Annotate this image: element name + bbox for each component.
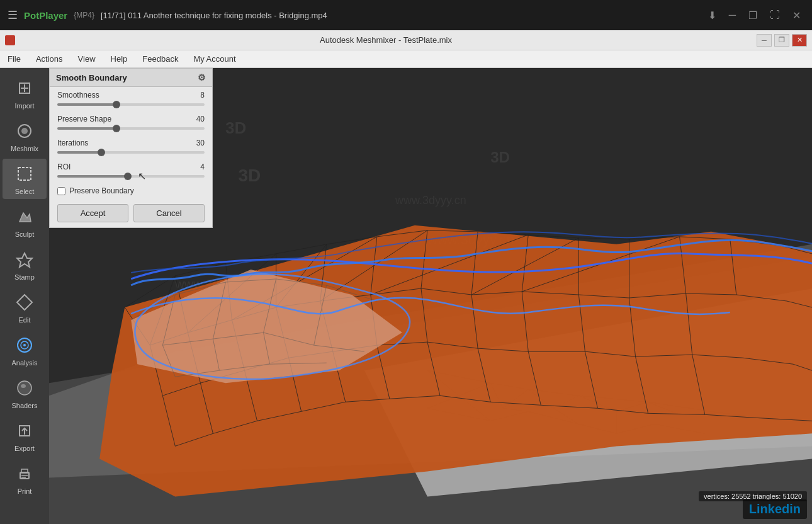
roi-label: ROI	[57, 162, 70, 171]
sidebar-item-export[interactable]: Export	[3, 416, 47, 456]
roi-fill	[57, 175, 128, 178]
linkedin-badge: Linkedin	[743, 499, 807, 519]
panel-header: Smooth Boundary ⚙	[50, 69, 212, 87]
meshmix-label: Meshmix	[11, 145, 38, 152]
iterations-fill	[57, 151, 101, 154]
edit-label: Edit	[19, 316, 31, 324]
shaders-label: Shaders	[12, 402, 38, 409]
mm-restore-button[interactable]: ❐	[774, 34, 789, 47]
menu-actions[interactable]: Actions	[33, 53, 65, 65]
minimize-button[interactable]: ─	[725, 8, 740, 23]
roi-header: ROI 4	[57, 162, 205, 171]
cancel-button[interactable]: Cancel	[133, 204, 205, 222]
svg-rect-5	[18, 168, 31, 180]
sidebar-item-import[interactable]: Import	[3, 73, 47, 113]
analysis-icon	[13, 334, 36, 356]
roi-row: ROI 4	[50, 159, 212, 183]
preserve-boundary-label: Preserve Boundary	[69, 186, 134, 195]
roi-value: 4	[200, 162, 205, 171]
pin-button[interactable]: ⬇	[704, 8, 720, 23]
sidebar-item-print[interactable]: Print	[3, 458, 47, 499]
potplayer-titlebar: ☰ PotPlayer {MP4} [11/71] 011 Another te…	[0, 0, 812, 30]
menu-myaccount[interactable]: My Account	[191, 53, 238, 65]
menu-help[interactable]: Help	[108, 53, 130, 65]
svg-text:3D: 3D	[238, 166, 261, 185]
sidebar-item-shaders[interactable]: Shaders	[3, 373, 47, 413]
select-icon	[13, 162, 36, 185]
sidebar-item-edit[interactable]: Edit	[3, 287, 47, 328]
svg-text:3D: 3D	[490, 149, 510, 166]
preserve-boundary-checkbox[interactable]	[57, 187, 65, 195]
meshmix-icon	[13, 120, 36, 142]
iterations-label: Iterations	[57, 139, 88, 147]
panel-title: Smooth Boundary	[56, 73, 127, 83]
iterations-value: 30	[196, 139, 205, 147]
sculpt-label: Sculpt	[15, 231, 35, 238]
iterations-header: Iterations 30	[57, 139, 205, 147]
smoothness-slider[interactable]	[57, 103, 205, 106]
preserve-shape-header: Preserve Shape 40	[57, 115, 205, 123]
app-logo: PotPlayer	[24, 10, 67, 21]
mm-panel-area: 3D www.3dyyy.cn www.3dyyy.cn 3D www.3dyy…	[49, 68, 812, 524]
import-icon	[13, 77, 36, 100]
panel-buttons: Accept Cancel	[50, 199, 212, 227]
edit-icon	[13, 291, 36, 314]
mm-minimize-button[interactable]: ─	[757, 34, 772, 47]
preserve-shape-value: 40	[196, 115, 205, 123]
smoothness-thumb[interactable]	[113, 101, 120, 108]
linkedin-text-hi: in	[789, 502, 801, 516]
iterations-row: Iterations 30	[50, 135, 212, 159]
svg-marker-7	[17, 295, 32, 310]
smooth-boundary-panel: Smooth Boundary ⚙ Smoothness 8	[49, 68, 213, 228]
svg-marker-6	[17, 253, 32, 267]
sidebar-item-meshmix[interactable]: Meshmix	[3, 116, 47, 156]
export-label: Export	[14, 445, 35, 452]
svg-point-10	[23, 344, 26, 346]
export-icon	[13, 419, 36, 442]
fullscreen-button[interactable]: ⛶	[766, 8, 784, 23]
import-label: Import	[14, 102, 34, 110]
menu-file[interactable]: File	[5, 53, 23, 65]
select-label: Select	[15, 188, 35, 195]
sidebar-item-sculpt[interactable]: Sculpt	[3, 202, 47, 242]
mm-window-buttons: ─ ❐ ✕	[757, 34, 807, 47]
mm-menubar: File Actions View Help Feedback My Accou…	[0, 50, 812, 68]
mm-titlebar: Autodesk Meshmixer - TestPlate.mix ─ ❐ ✕	[0, 30, 812, 50]
mm-main-area: Import Meshmix Select Sculpt	[0, 68, 812, 524]
close-button[interactable]: ✕	[789, 8, 804, 23]
print-icon	[13, 462, 36, 485]
svg-point-12	[21, 384, 26, 388]
roi-slider[interactable]	[57, 175, 205, 178]
smoothness-label: Smoothness	[57, 91, 99, 100]
accept-button[interactable]: Accept	[57, 204, 128, 222]
shaders-icon	[13, 377, 36, 399]
mm-titlebar-left	[5, 35, 15, 45]
sidebar-item-analysis[interactable]: Analysis	[3, 330, 47, 370]
menu-feedback[interactable]: Feedback	[140, 53, 181, 65]
stamp-label: Stamp	[14, 273, 35, 281]
print-label: Print	[18, 487, 32, 495]
sculpt-icon	[13, 205, 36, 228]
menu-icon[interactable]: ☰	[8, 8, 18, 22]
sidebar-item-select[interactable]: Select	[3, 159, 47, 199]
linkedin-text-pre: Linked	[749, 502, 789, 516]
panel-gear-icon[interactable]: ⚙	[198, 72, 206, 83]
analysis-label: Analysis	[12, 359, 38, 367]
sidebar-item-stamp[interactable]: Stamp	[3, 244, 47, 285]
mm-close-button[interactable]: ✕	[792, 34, 807, 47]
roi-thumb[interactable]	[124, 173, 132, 180]
window-title: [11/71] 011 Another technique for fixing…	[101, 11, 698, 20]
mm-title: Autodesk Meshmixer - TestPlate.mix	[15, 35, 757, 45]
iterations-slider[interactable]	[57, 151, 205, 154]
preserve-shape-thumb[interactable]	[113, 125, 120, 132]
restore-button[interactable]: ❐	[745, 8, 761, 23]
preserve-shape-label: Preserve Shape	[57, 115, 111, 123]
preserve-shape-slider[interactable]	[57, 127, 205, 130]
preserve-shape-row: Preserve Shape 40	[50, 111, 212, 135]
format-badge: {MP4}	[74, 11, 94, 20]
mm-app-icon	[5, 35, 15, 45]
iterations-thumb[interactable]	[98, 149, 105, 156]
meshmixer-window: Autodesk Meshmixer - TestPlate.mix ─ ❐ ✕…	[0, 30, 812, 524]
preserve-boundary-row: Preserve Boundary	[50, 183, 212, 199]
menu-view[interactable]: View	[76, 53, 98, 65]
